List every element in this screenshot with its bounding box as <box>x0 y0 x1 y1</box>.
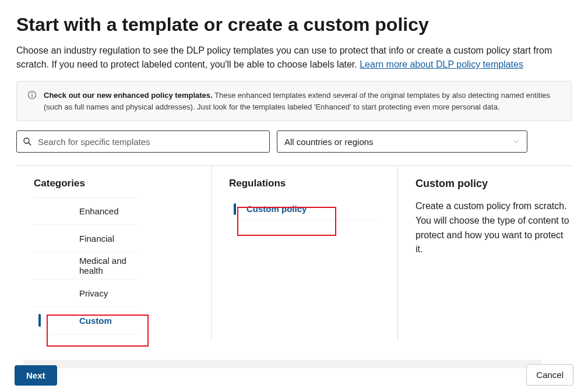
category-item-medical[interactable]: Medical and health <box>33 252 138 280</box>
detail-title: Custom policy <box>416 178 572 190</box>
svg-point-1 <box>31 93 33 94</box>
search-input[interactable] <box>37 136 263 147</box>
category-item-enhanced[interactable]: Enhanced <box>33 197 138 225</box>
svg-point-3 <box>24 138 29 143</box>
info-banner-bold: Check out our new enhanced policy templa… <box>44 91 213 100</box>
next-button[interactable]: Next <box>15 365 57 386</box>
detail-body: Create a custom policy from scratch. You… <box>416 199 572 257</box>
region-select[interactable]: All countries or regions <box>277 130 527 153</box>
scrollbar-thumb[interactable] <box>23 360 542 368</box>
category-item-custom[interactable]: Custom <box>33 307 138 334</box>
category-item-privacy[interactable]: Privacy <box>33 280 138 307</box>
info-banner: Check out our new enhanced policy templa… <box>16 81 572 121</box>
region-select-value: All countries or regions <box>284 137 374 147</box>
regulation-item-custom-policy[interactable]: Custom policy <box>229 197 380 221</box>
svg-line-4 <box>29 143 31 145</box>
svg-rect-2 <box>31 94 32 97</box>
page-subtitle: Choose an industry regulation to see the… <box>16 44 572 72</box>
info-banner-text: Check out our new enhanced policy templa… <box>44 90 561 112</box>
category-item-financial[interactable]: Financial <box>33 225 138 252</box>
info-icon <box>27 90 37 112</box>
search-box[interactable] <box>16 130 270 153</box>
chevron-down-icon <box>513 138 520 145</box>
cancel-button[interactable]: Cancel <box>526 364 573 386</box>
horizontal-scrollbar[interactable] <box>23 360 542 368</box>
learn-more-link[interactable]: Learn more about DLP policy templates <box>360 59 523 69</box>
page-title: Start with a template or create a custom… <box>16 14 572 36</box>
regulations-heading: Regulations <box>229 178 380 189</box>
search-icon <box>23 137 32 146</box>
categories-heading: Categories <box>34 178 211 189</box>
